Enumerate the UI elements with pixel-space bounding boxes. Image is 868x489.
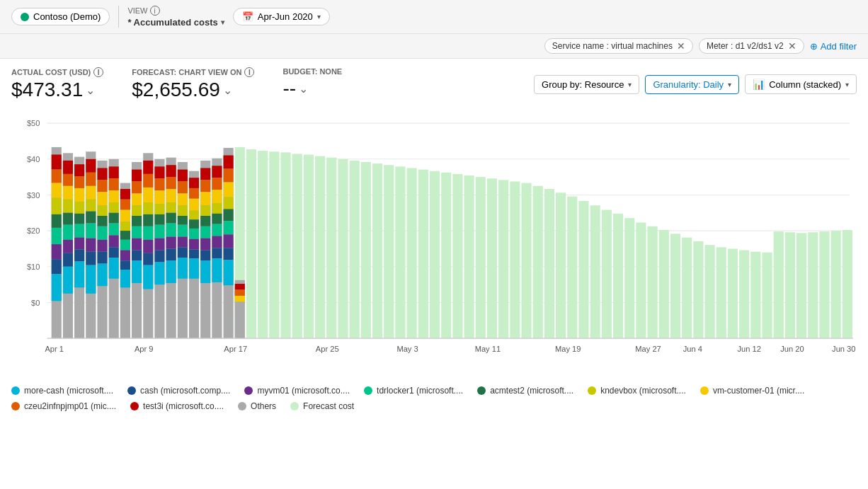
svg-rect-134 bbox=[189, 178, 199, 188]
svg-rect-94 bbox=[143, 161, 153, 174]
svg-rect-19 bbox=[52, 228, 62, 244]
legend-color-cash bbox=[127, 386, 136, 395]
svg-rect-107 bbox=[154, 204, 164, 214]
svg-rect-71 bbox=[109, 247, 119, 258]
dropdown-arrow[interactable]: ⌄ bbox=[86, 84, 95, 97]
close-icon[interactable]: ✕ bbox=[677, 41, 685, 51]
svg-rect-55 bbox=[97, 180, 107, 192]
svg-rect-142 bbox=[189, 258, 199, 279]
view-section: VIEW i * Accumulated costs ▾ bbox=[118, 6, 224, 28]
svg-rect-80 bbox=[120, 251, 130, 261]
svg-rect-89 bbox=[132, 226, 142, 238]
filter-tag-service: Service name : virtual machines ✕ bbox=[544, 38, 693, 54]
svg-rect-144 bbox=[200, 168, 210, 180]
budget-block: BUDGET: NONE -- ⌄ bbox=[282, 67, 342, 100]
svg-rect-194 bbox=[372, 163, 382, 338]
date-range-button[interactable]: 📅 Apr-Jun 2020 ▾ bbox=[233, 8, 330, 25]
dropdown-arrow[interactable]: ⌄ bbox=[223, 84, 232, 97]
svg-rect-136 bbox=[189, 199, 199, 211]
budget-value: -- ⌄ bbox=[282, 77, 342, 100]
svg-text:$40: $40 bbox=[27, 155, 40, 163]
svg-text:Apr 9: Apr 9 bbox=[135, 345, 154, 353]
svg-text:$20: $20 bbox=[27, 226, 40, 235]
legend-color-more-cash bbox=[11, 386, 20, 395]
filter-key-1: Service name : virtual machines bbox=[552, 41, 673, 51]
svg-rect-186 bbox=[280, 152, 290, 338]
svg-rect-187 bbox=[292, 154, 302, 338]
legend-item-tdrlocker1[interactable]: tdrlocker1 (microsoft.... bbox=[364, 386, 463, 396]
svg-rect-126 bbox=[178, 193, 188, 205]
info-icon[interactable]: i bbox=[150, 6, 160, 16]
chart-area: $50 $40 $30 $20 $10 $0 bbox=[11, 108, 857, 377]
svg-rect-68 bbox=[109, 213, 119, 224]
svg-rect-146 bbox=[200, 192, 210, 205]
svg-rect-104 bbox=[154, 166, 164, 178]
legend-item-kndevbox[interactable]: kndevbox (microsoft.... bbox=[588, 386, 686, 396]
svg-rect-135 bbox=[189, 188, 199, 199]
legend-item-test3i[interactable]: test3i (microsoft.co.... bbox=[130, 401, 224, 411]
dropdown-arrow[interactable]: ⌄ bbox=[299, 82, 308, 96]
svg-rect-95 bbox=[143, 174, 153, 188]
legend-item-czeu2infnpjmp01[interactable]: czeu2infnpjmp01 (mic.... bbox=[11, 401, 116, 411]
legend-item-vm-customer-01[interactable]: vm-customer-01 (micr.... bbox=[700, 386, 804, 396]
legend-item-forecast[interactable]: Forecast cost bbox=[290, 401, 354, 411]
svg-rect-29 bbox=[63, 225, 73, 240]
close-icon[interactable]: ✕ bbox=[788, 41, 796, 51]
legend-item-others[interactable]: Others bbox=[238, 401, 276, 411]
info-icon[interactable]: i bbox=[93, 67, 103, 77]
svg-rect-225 bbox=[728, 248, 738, 338]
legend-color-test3i bbox=[130, 402, 139, 410]
svg-rect-171 bbox=[224, 248, 234, 260]
svg-rect-14 bbox=[52, 154, 62, 169]
scope-button[interactable]: Contoso (Demo) bbox=[11, 8, 110, 25]
filter-icon: ⊕ bbox=[810, 41, 818, 52]
actual-cost-label: ACTUAL COST (USD) i bbox=[11, 67, 103, 77]
svg-rect-205 bbox=[498, 180, 508, 338]
svg-rect-206 bbox=[510, 181, 520, 338]
svg-rect-138 bbox=[189, 219, 199, 229]
svg-rect-22 bbox=[52, 274, 62, 301]
svg-rect-49 bbox=[86, 224, 96, 238]
svg-rect-81 bbox=[120, 260, 130, 270]
svg-rect-160 bbox=[212, 236, 222, 248]
svg-rect-156 bbox=[212, 190, 222, 203]
svg-rect-185 bbox=[269, 151, 279, 338]
svg-rect-47 bbox=[86, 200, 96, 212]
legend-color-kndevbox bbox=[588, 386, 596, 395]
svg-rect-233 bbox=[819, 231, 829, 338]
svg-rect-234 bbox=[831, 231, 841, 338]
legend-label-acmtest2: acmtest2 (microsoft.... bbox=[490, 386, 573, 396]
view-label: VIEW i bbox=[127, 6, 224, 16]
svg-rect-189 bbox=[315, 156, 325, 339]
svg-rect-198 bbox=[418, 170, 428, 339]
svg-rect-86 bbox=[132, 193, 142, 205]
svg-rect-60 bbox=[97, 240, 107, 252]
group-by-button[interactable]: Group by: Resource ▾ bbox=[534, 75, 639, 94]
svg-rect-92 bbox=[132, 260, 142, 283]
view-button[interactable]: * Accumulated costs ▾ bbox=[127, 17, 224, 28]
svg-rect-116 bbox=[166, 189, 176, 202]
filter-row: Service name : virtual machines ✕ Meter … bbox=[0, 34, 868, 59]
svg-rect-36 bbox=[74, 188, 84, 202]
add-filter-button[interactable]: ⊕ Add filter bbox=[810, 41, 857, 52]
svg-rect-32 bbox=[63, 267, 73, 294]
svg-rect-213 bbox=[590, 205, 600, 338]
svg-rect-27 bbox=[63, 200, 73, 213]
chart-svg: $50 $40 $30 $20 $10 $0 bbox=[11, 108, 857, 377]
chart-type-button[interactable]: 📊 Column (stacked) ▾ bbox=[745, 74, 857, 94]
legend-item-more-cash[interactable]: more-cash (microsoft.... bbox=[11, 386, 113, 396]
legend-item-cash[interactable]: cash (microsoft.comp.... bbox=[127, 386, 230, 396]
svg-rect-148 bbox=[200, 216, 210, 226]
legend-item-myvm01[interactable]: myvm01 (microsoft.co.... bbox=[244, 386, 350, 396]
svg-text:$0: $0 bbox=[31, 298, 40, 306]
svg-rect-165 bbox=[224, 169, 234, 183]
svg-rect-97 bbox=[143, 202, 153, 214]
info-icon[interactable]: i bbox=[244, 67, 254, 77]
svg-rect-56 bbox=[97, 192, 107, 205]
svg-rect-77 bbox=[120, 222, 130, 231]
svg-rect-169 bbox=[224, 221, 234, 234]
svg-rect-200 bbox=[441, 173, 451, 338]
granularity-button[interactable]: Granularity: Daily ▾ bbox=[645, 75, 739, 94]
svg-rect-216 bbox=[624, 218, 634, 338]
legend-item-acmtest2[interactable]: acmtest2 (microsoft.... bbox=[477, 386, 573, 396]
